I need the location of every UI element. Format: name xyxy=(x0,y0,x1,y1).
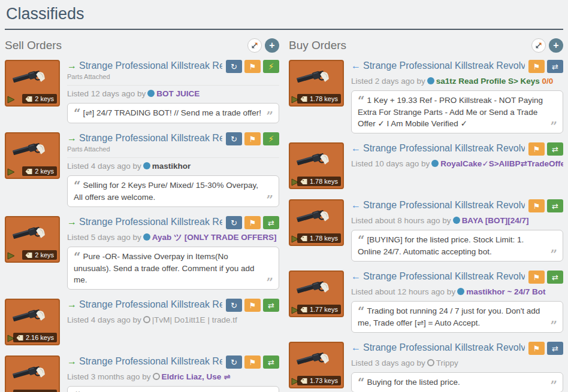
item-title-link[interactable]: Strange Professional Killstreak Revolver xyxy=(363,342,525,353)
item-thumbnail[interactable]: 1.78 keys xyxy=(289,142,344,189)
item-thumbnail[interactable]: 2 keys xyxy=(5,60,60,107)
item-thumbnail[interactable]: 1.78 keys xyxy=(289,199,344,246)
sell-arrow-icon: → xyxy=(67,299,77,309)
flag-button[interactable]: ⚑ xyxy=(244,60,261,73)
seller-link[interactable]: mastikhor ~ 24/7 Bot xyxy=(466,287,545,296)
tag-icon xyxy=(25,96,32,102)
listed-line: Listed 3 months ago byEldric Liaz, Use ⇌ xyxy=(67,372,279,382)
add-listing-button[interactable]: + xyxy=(265,38,279,53)
seller-link[interactable]: sa1tz Read Profile S> Keys xyxy=(436,77,540,86)
refresh-button[interactable]: ↻ xyxy=(226,355,242,369)
refresh-button[interactable]: ↻ xyxy=(226,60,242,73)
seller-link[interactable]: BAYA [BOT][24/7] xyxy=(462,216,529,225)
buy-listing: 1.78 keys ←Strange Professional Killstre… xyxy=(289,60,563,133)
flag-button[interactable]: ⚑ xyxy=(244,216,261,229)
seller-link[interactable]: BOT JUICE xyxy=(156,89,200,98)
listing-comment: “[BUYING] for the listed price. Stock Li… xyxy=(351,230,563,262)
trade-offer-button[interactable]: ⇄ xyxy=(547,342,563,355)
quote-close-icon: ” xyxy=(550,320,557,332)
item-thumbnail[interactable]: 2 keys xyxy=(5,132,60,179)
revolver-image xyxy=(12,221,50,247)
buy-listing: 1.77 keys ←Strange Professional Killstre… xyxy=(289,271,563,333)
parts-attached-label: Parts Attached xyxy=(67,145,279,158)
sell-orders-heading: Sell Orders xyxy=(5,39,62,52)
item-title-link[interactable]: Strange Professional Killstreak Revolver xyxy=(79,60,222,71)
seller-link[interactable]: Ayab ツ [ONLY TRADE OFFERS] xyxy=(152,233,277,242)
flag-button[interactable]: ⚑ xyxy=(244,355,261,369)
add-listing-button[interactable]: + xyxy=(549,38,563,53)
item-title-link[interactable]: Strange Professional Killstreak Revolver xyxy=(79,299,222,309)
revolver-image xyxy=(296,65,334,91)
buy-arrow-icon: ← xyxy=(351,271,361,281)
tag-icon xyxy=(25,253,32,258)
online-status-dot xyxy=(147,90,155,97)
trade-arrows-icon: ⇄ xyxy=(552,145,558,153)
flag-button[interactable]: ⚑ xyxy=(528,199,545,212)
listing-comment: “1 Key + 19.33 Ref - PRO Killstreak - NO… xyxy=(351,90,563,133)
trade-offer-button[interactable]: ⇄ xyxy=(547,142,563,156)
refresh-button[interactable]: ↻ xyxy=(226,299,242,312)
trade-arrows-icon: ⇄ xyxy=(552,63,558,71)
buy-listing: 1.78 keys ←Strange Professional Killstre… xyxy=(289,199,563,262)
item-title-link[interactable]: Strange Professional Killstreak Revolver xyxy=(79,217,222,227)
sell-arrow-icon: → xyxy=(67,60,77,71)
buy-orders-column: Buy Orders + 1.78 keys ←Strange Professi… xyxy=(289,32,563,392)
trade-offer-button[interactable]: ⇄ xyxy=(263,216,279,229)
seller-link[interactable]: Trippy xyxy=(436,358,458,367)
item-thumbnail[interactable]: 2.24 keys xyxy=(5,355,60,392)
lightning-icon: ⚡ xyxy=(268,62,274,71)
instant-sell-button[interactable]: ⚡ xyxy=(263,132,279,145)
item-thumbnail[interactable]: 2 keys xyxy=(5,216,60,263)
item-thumbnail[interactable]: 1.78 keys xyxy=(289,60,344,107)
expand-listings-button[interactable] xyxy=(531,38,546,53)
seller-link[interactable]: Eldric Liaz, Use ⇌ xyxy=(162,372,231,381)
price-tag: 2 keys xyxy=(22,166,57,176)
buy-arrow-icon: ← xyxy=(351,200,361,210)
refresh-button[interactable]: ↻ xyxy=(226,216,242,229)
item-title-link[interactable]: Strange Professional Killstreak Revolver xyxy=(363,271,525,281)
seller-link[interactable]: RoyalCake✓S>AllBP⇄TradeOffer xyxy=(440,159,563,168)
item-thumbnail[interactable]: 2.16 keys xyxy=(5,299,60,345)
flag-button[interactable]: ⚑ xyxy=(528,60,545,73)
expand-listings-button[interactable] xyxy=(247,38,262,53)
expand-arrows-icon xyxy=(251,42,258,49)
seller-suffix: 0/0 xyxy=(542,77,554,86)
price-tag: 1.73 keys xyxy=(297,376,341,385)
online-status-dot xyxy=(143,162,150,169)
item-thumbnail[interactable]: 1.73 keys xyxy=(289,342,344,388)
flag-button[interactable]: ⚑ xyxy=(528,142,545,156)
sell-arrow-icon: → xyxy=(67,356,77,366)
listed-line: Listed about 8 hours ago byBAYA [BOT][24… xyxy=(351,215,563,226)
trade-offer-button[interactable]: ⇄ xyxy=(547,60,563,73)
price-tag: 1.78 keys xyxy=(297,233,341,243)
seller-link[interactable]: |TvM| Do1itt1E | trade.tf xyxy=(152,315,237,324)
flag-button[interactable]: ⚑ xyxy=(244,132,261,145)
listing-comment: “Trading bot running 24 / 7 just for you… xyxy=(351,301,563,333)
killstreak-sheen-arrow-icon xyxy=(7,168,16,176)
item-title-link[interactable]: Strange Professional Killstreak Revolver xyxy=(79,133,222,143)
trade-offer-button[interactable]: ⇄ xyxy=(263,355,279,369)
lightning-icon: ⚡ xyxy=(268,135,274,143)
item-title-link[interactable]: Strange Professional Killstreak Revolver xyxy=(363,200,525,210)
flag-button[interactable]: ⚑ xyxy=(244,299,261,312)
quote-open-icon: “ xyxy=(358,304,365,318)
listing-comment: “Pure -OR- Massive Overpay in Items(No u… xyxy=(67,247,279,290)
flag-button[interactable]: ⚑ xyxy=(528,271,545,284)
sell-listing: 2.24 keys →Strange Professional Killstre… xyxy=(5,355,279,392)
trade-offer-button[interactable]: ⇄ xyxy=(547,271,563,284)
item-title-link[interactable]: Strange Professional Killstreak Revolver xyxy=(363,143,525,153)
item-thumbnail[interactable]: 1.77 keys xyxy=(289,271,344,317)
revolver-image xyxy=(12,137,50,163)
price-tag: 2 keys xyxy=(22,94,57,104)
flag-button[interactable]: ⚑ xyxy=(528,342,545,355)
refresh-button[interactable]: ↻ xyxy=(226,132,242,145)
online-status-dot xyxy=(427,77,434,84)
item-title-link[interactable]: Strange Professional Killstreak Revolver xyxy=(363,60,525,71)
item-title-link[interactable]: Strange Professional Killstreak Revolver xyxy=(79,356,222,366)
seller-link[interactable]: mastikhor xyxy=(152,162,191,171)
trade-offer-button[interactable]: ⇄ xyxy=(263,299,279,312)
trade-offer-button[interactable]: ⇄ xyxy=(547,199,563,212)
revolver-image xyxy=(296,275,334,302)
plus-icon: + xyxy=(553,41,558,50)
instant-sell-button[interactable]: ⚡ xyxy=(263,60,279,73)
